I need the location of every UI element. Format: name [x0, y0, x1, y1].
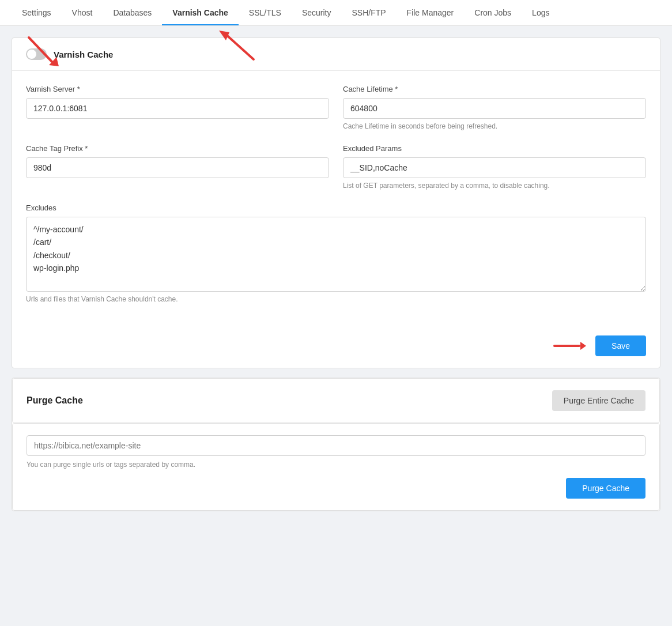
purge-entire-cache-button[interactable]: Purge Entire Cache	[552, 390, 645, 411]
excludes-label: Excludes	[26, 203, 646, 212]
cache-lifetime-label: Cache Lifetime *	[343, 85, 646, 93]
form-row-1: Varnish Server * Cache Lifetime * Cache …	[26, 85, 646, 130]
tab-vhost[interactable]: Vhost	[62, 0, 103, 25]
purge-url-input[interactable]	[27, 435, 645, 456]
purge-cache-title: Purge Cache	[27, 395, 83, 406]
svg-marker-2	[580, 342, 586, 350]
excludes-textarea[interactable]: ^/my-account/ /cart/ /checkout/ wp-login…	[26, 217, 646, 292]
excludes-hint: Urls and files that Varnish Cache should…	[26, 295, 646, 303]
tab-ssl-tls[interactable]: SSL/TLS	[239, 0, 292, 25]
varnish-server-label: Varnish Server *	[26, 85, 329, 93]
form-area: Varnish Server * Cache Lifetime * Cache …	[12, 71, 660, 329]
form-row-2: Cache Tag Prefix * Excluded Params List …	[26, 144, 646, 190]
toggle-row: Varnish Cache	[12, 38, 660, 71]
tab-file-manager[interactable]: File Manager	[397, 0, 465, 25]
arrow-save-indicator	[552, 339, 586, 353]
cache-tag-prefix-label: Cache Tag Prefix *	[26, 144, 329, 153]
cache-tag-prefix-group: Cache Tag Prefix *	[26, 144, 329, 190]
tab-navigation: Settings Vhost Databases Varnish Cache S…	[0, 0, 672, 26]
purge-cache-header-area: Purge Cache Purge Entire Cache	[12, 378, 660, 423]
excluded-params-hint: List of GET parameters, separated by a c…	[343, 182, 646, 190]
tab-varnish-cache[interactable]: Varnish Cache	[162, 0, 239, 25]
varnish-cache-section: Varnish Cache Varnish Server * Cache Lif…	[12, 37, 660, 368]
tab-ssh-ftp[interactable]: SSH/FTP	[341, 0, 396, 25]
cache-lifetime-group: Cache Lifetime * Cache Lifetime in secon…	[343, 85, 646, 130]
tab-logs[interactable]: Logs	[522, 0, 560, 25]
excluded-params-label: Excluded Params	[343, 144, 646, 153]
tab-security[interactable]: Security	[292, 0, 342, 25]
toggle-slider	[26, 48, 47, 60]
save-button[interactable]: Save	[595, 335, 646, 356]
cache-tag-prefix-input[interactable]	[26, 157, 329, 178]
purge-cache-button[interactable]: Purge Cache	[566, 478, 645, 499]
purge-cache-section: Purge Cache Purge Entire Cache You can p…	[12, 378, 660, 511]
purge-header: Purge Cache Purge Entire Cache	[27, 390, 645, 411]
tab-databases[interactable]: Databases	[103, 0, 162, 25]
tab-settings[interactable]: Settings	[12, 0, 62, 25]
tab-cron-jobs[interactable]: Cron Jobs	[464, 0, 522, 25]
excluded-params-group: Excluded Params List of GET parameters, …	[343, 144, 646, 190]
excludes-group: Excludes ^/my-account/ /cart/ /checkout/…	[26, 203, 646, 303]
purge-hint: You can purge single urls or tags separa…	[27, 461, 645, 469]
cache-lifetime-input[interactable]	[343, 98, 646, 119]
toggle-label: Varnish Cache	[54, 50, 113, 59]
varnish-cache-toggle[interactable]	[26, 48, 47, 60]
form-footer: Save	[12, 329, 660, 368]
excluded-params-input[interactable]	[343, 157, 646, 178]
purge-footer: Purge Cache	[27, 478, 645, 499]
varnish-server-group: Varnish Server *	[26, 85, 329, 130]
cache-lifetime-hint: Cache Lifetime in seconds before being r…	[343, 122, 646, 130]
purge-url-section: You can purge single urls or tags separa…	[12, 423, 660, 511]
varnish-server-input[interactable]	[26, 98, 329, 119]
